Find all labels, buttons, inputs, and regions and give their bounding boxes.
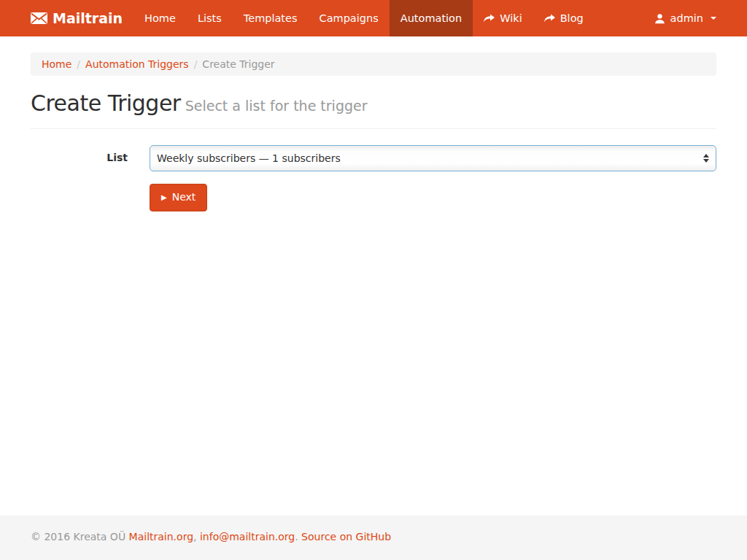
page-footer: © 2016 Kreata OÜ Mailtrain.org, info@mai… [0, 516, 747, 560]
breadcrumb-home[interactable]: Home [42, 58, 71, 70]
footer-separator: , [193, 531, 196, 542]
nav-item-label: Automation [400, 12, 462, 24]
nav-item-blog[interactable]: Blog [533, 0, 595, 36]
user-menu-admin[interactable]: admin [643, 0, 727, 36]
list-select[interactable]: Weekly subscribers — 1 subscribers [150, 145, 716, 171]
footer-link-mailtrain-org[interactable]: Mailtrain.org [129, 531, 193, 542]
breadcrumb-separator: / [189, 58, 203, 70]
breadcrumb: Home / Automation Triggers / Create Trig… [31, 52, 716, 76]
create-trigger-form: List Weekly subscribers — 1 subscribers … [31, 145, 716, 211]
list-select-value: Weekly subscribers — 1 subscribers [157, 152, 341, 164]
nav-item-label: Lists [198, 12, 222, 24]
breadcrumb-separator: / [71, 58, 85, 70]
nav-item-automation[interactable]: Automation [390, 0, 473, 36]
share-icon [544, 14, 555, 23]
page-subtitle: Select a list for the trigger [185, 98, 368, 114]
footer-copyright: © 2016 Kreata OÜ [31, 531, 125, 542]
nav-item-label: Campaigns [320, 12, 379, 24]
brand-mailtrain[interactable]: Mailtrain [20, 0, 133, 36]
nav-item-templates[interactable]: Templates [233, 0, 309, 36]
user-icon [654, 13, 665, 24]
nav-item-home[interactable]: Home [133, 0, 187, 36]
list-label: List [31, 145, 128, 211]
app-window: Mailtrain Home Lists Templates Campaigns… [0, 0, 747, 560]
page-title: Create Trigger [31, 90, 181, 116]
brand-label: Mailtrain [53, 10, 123, 26]
page-header: Create TriggerSelect a list for the trig… [31, 91, 716, 129]
nav-item-label: Home [144, 12, 176, 24]
envelope-icon [31, 12, 47, 24]
next-button-label: Next [172, 190, 196, 205]
play-icon: ▶ [161, 194, 167, 201]
top-navbar: Mailtrain Home Lists Templates Campaigns… [0, 0, 747, 36]
main-nav: Home Lists Templates Campaigns Automatio… [133, 0, 595, 36]
nav-item-label: Wiki [500, 12, 522, 24]
nav-item-wiki[interactable]: Wiki [473, 0, 533, 36]
nav-item-lists[interactable]: Lists [187, 0, 233, 36]
footer-separator: . [295, 531, 298, 542]
footer-link-email[interactable]: info@mailtrain.org [200, 531, 295, 542]
share-icon [484, 14, 495, 23]
breadcrumb-automation-triggers[interactable]: Automation Triggers [85, 58, 189, 70]
select-arrows-icon [703, 154, 709, 163]
nav-item-label: Blog [560, 12, 584, 24]
nav-item-label: Templates [244, 12, 298, 24]
next-button[interactable]: ▶ Next [150, 184, 207, 211]
footer-link-source-github[interactable]: Source on GitHub [301, 531, 391, 542]
nav-item-campaigns[interactable]: Campaigns [309, 0, 390, 36]
breadcrumb-current: Create Trigger [202, 58, 274, 70]
chevron-down-icon [711, 17, 716, 20]
user-menu-label: admin [670, 12, 703, 24]
